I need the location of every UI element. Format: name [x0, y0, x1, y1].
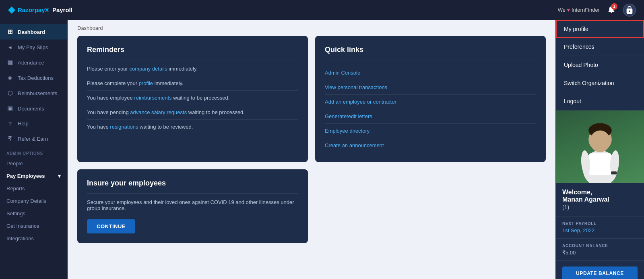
lock-icon	[625, 6, 634, 15]
attendance-icon: ▦	[6, 59, 14, 66]
chevron-down-icon: ▾	[58, 173, 61, 179]
quick-link-create-announcement[interactable]: Create an announcement	[325, 138, 536, 152]
reminder-link-company-details[interactable]: company details	[130, 66, 167, 72]
main-layout: ⊞ Dashboard ◂ My Pay Slips ▦ Attendance …	[0, 20, 644, 279]
documents-icon: ▣	[6, 105, 14, 112]
reimbursements-icon: ⬡	[6, 90, 14, 97]
reminder-item-1: Please complete your profile immediately…	[87, 80, 298, 91]
sidebar-item-company-details[interactable]: Company Details	[0, 195, 67, 207]
profile-info: Welcome, Manan Agarwal (1)	[556, 183, 644, 217]
profile-panel: My profile Preferences Upload Photo Swit…	[555, 20, 644, 279]
content-grid: Reminders Please enter your company deta…	[68, 36, 555, 250]
reminder-item-4: You have resignations waiting to be revi…	[87, 124, 298, 134]
logo-text: RazorpayX Payroll	[18, 6, 72, 13]
welcome-text: Welcome, Manan Agarwal	[562, 189, 638, 203]
quick-link-generate-letters[interactable]: Generate/edit letters	[325, 109, 536, 124]
razorpay-logo-icon	[8, 6, 15, 14]
user-avatar[interactable]	[623, 4, 636, 17]
sidebar-item-pay-employees[interactable]: Pay Employees ▾	[0, 170, 67, 182]
reminder-item-0: Please enter your company details immedi…	[87, 66, 298, 76]
sidebar-item-my-pay-slips[interactable]: ◂ My Pay Slips	[0, 40, 67, 55]
my-profile-menu-item[interactable]: My profile	[556, 20, 644, 38]
sidebar-item-dashboard[interactable]: ⊞ Dashboard	[0, 24, 67, 40]
account-balance-label: ACCOUNT BALANCE	[562, 244, 638, 248]
sidebar: ⊞ Dashboard ◂ My Pay Slips ▦ Attendance …	[0, 20, 68, 279]
reminder-item-3: You have pending advance salary requests…	[87, 109, 298, 120]
logo-area: RazorpayX Payroll	[8, 6, 72, 14]
pay-slips-icon: ◂	[6, 44, 14, 51]
sidebar-item-settings[interactable]: Settings	[0, 207, 67, 220]
quick-link-admin-console[interactable]: Admin Console	[325, 66, 536, 80]
svg-rect-5	[589, 153, 611, 175]
sidebar-item-get-insurance[interactable]: Get Insurance	[0, 220, 67, 232]
main-content: Dashboard Reminders Please enter your co…	[68, 20, 555, 279]
quick-link-employee-directory[interactable]: Employee directory	[325, 124, 536, 138]
sidebar-item-refer-earn[interactable]: ₹ Refer & Earn	[0, 131, 67, 146]
reminder-link-resignations[interactable]: resignations	[110, 124, 138, 130]
reminder-link-advance-salary[interactable]: advance salary requests	[130, 109, 187, 115]
quick-links-title: Quick links	[325, 46, 536, 54]
profile-count: (1)	[562, 204, 638, 210]
insure-title: Insure your employees	[87, 179, 298, 187]
sidebar-item-integrations[interactable]: Integrations	[0, 232, 67, 245]
switch-org-menu-item[interactable]: Switch Organization	[556, 74, 644, 92]
quick-links-card: Quick links Admin Console View personal …	[315, 36, 546, 162]
continue-button[interactable]: CONTINUE	[87, 219, 135, 233]
quick-link-personal-transactions[interactable]: View personal transactions	[325, 80, 536, 95]
admin-options-label: ADMIN OPTIONS	[0, 146, 67, 157]
sidebar-item-reports[interactable]: Reports	[0, 182, 67, 195]
breadcrumb: Dashboard	[68, 20, 555, 36]
logout-menu-item[interactable]: Logout	[556, 92, 644, 110]
sidebar-item-reimbursements[interactable]: ⬡ Reimbursements	[0, 85, 67, 101]
refer-earn-icon: ₹	[6, 135, 14, 142]
top-navigation: RazorpayX Payroll We ♥ InternFinder 1	[0, 0, 644, 20]
reminder-link-profile[interactable]: profile	[139, 80, 153, 86]
reminders-title: Reminders	[87, 46, 298, 54]
notification-button[interactable]: 1	[607, 5, 616, 15]
sidebar-item-attendance[interactable]: ▦ Attendance	[0, 55, 67, 70]
sidebar-item-help[interactable]: ? Help	[0, 116, 67, 131]
svg-rect-8	[611, 171, 617, 174]
reminder-link-reimbursements[interactable]: reimbursements	[134, 95, 171, 101]
reminder-item-2: You have employee reimbursements waiting…	[87, 95, 298, 105]
quick-link-add-employee[interactable]: Add an employee or contractor	[325, 95, 536, 109]
help-icon: ?	[6, 120, 14, 127]
next-payroll-section: NEXT PAYROLL 1st Sep, 2022	[556, 217, 644, 239]
profile-photo	[556, 110, 644, 183]
insure-card: Insure your employees Secure your employ…	[77, 169, 308, 243]
account-balance-section: ACCOUNT BALANCE ₹5.00	[556, 239, 644, 261]
topnav-right: We ♥ InternFinder 1	[558, 4, 636, 17]
tax-icon: ◈	[6, 74, 14, 81]
sidebar-item-people[interactable]: People	[0, 157, 67, 170]
upload-photo-menu-item[interactable]: Upload Photo	[556, 56, 644, 74]
intern-finder-text: We ♥ InternFinder	[558, 7, 600, 13]
reminders-card: Reminders Please enter your company deta…	[77, 36, 308, 162]
person-silhouette-svg	[576, 110, 624, 183]
dashboard-icon: ⊞	[6, 28, 14, 35]
preferences-menu-item[interactable]: Preferences	[556, 38, 644, 56]
account-balance-value: ₹5.00	[562, 250, 638, 256]
update-balance-button[interactable]: UPDATE BALANCE	[562, 267, 638, 279]
sidebar-item-tax-deductions[interactable]: ◈ Tax Deductions	[0, 70, 67, 85]
svg-point-4	[590, 131, 610, 152]
svg-marker-0	[8, 6, 15, 14]
notification-badge: 1	[611, 3, 617, 10]
next-payroll-value: 1st Sep, 2022	[562, 227, 638, 233]
next-payroll-label: NEXT PAYROLL	[562, 221, 638, 226]
insure-description: Secure your employees and their loved on…	[87, 199, 298, 211]
sidebar-item-documents[interactable]: ▣ Documents	[0, 101, 67, 116]
